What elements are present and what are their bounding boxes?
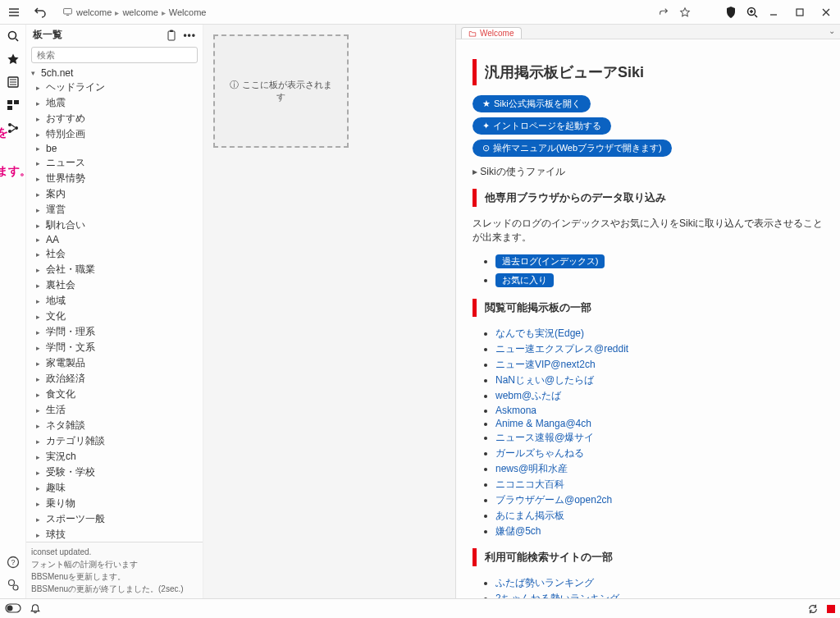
close-button[interactable] <box>815 2 837 23</box>
link-pastlog[interactable]: 過去ログ(インデックス) <box>495 254 605 268</box>
tree-item[interactable]: ▸食文化 <box>34 387 199 402</box>
board-link[interactable]: Anime & Manga@4ch <box>495 418 591 429</box>
search-link[interactable]: ふたば勢いランキング <box>495 577 594 588</box>
board-link[interactable]: NaNじぇい@したらば <box>495 374 594 386</box>
tree-item[interactable]: ▸社会 <box>34 246 199 262</box>
tree-item[interactable]: ▸おすすめ <box>34 111 199 126</box>
heading-import: 他専用ブラウザからのデータ取り込み <box>472 189 824 207</box>
link-favorites[interactable]: お気に入り <box>495 273 554 287</box>
more-icon[interactable]: ••• <box>183 30 196 41</box>
title-bar: welcome welcome Welcome <box>0 0 840 25</box>
panel-icon[interactable] <box>5 97 21 113</box>
tree-item[interactable]: ▸生活 <box>34 402 199 418</box>
tree-item[interactable]: ▸受験・学校 <box>34 465 199 480</box>
tree-item[interactable]: ▸馴れ合い <box>34 217 199 233</box>
minimize-button[interactable] <box>763 2 784 23</box>
clipboard-icon[interactable] <box>167 30 176 41</box>
svg-rect-2 <box>797 9 803 16</box>
breadcrumb-item[interactable]: Welcome <box>169 7 207 17</box>
pill-intro[interactable]: ✦ イントロページを起動する <box>472 117 611 135</box>
tree-root[interactable]: ▾5ch.net <box>30 66 199 80</box>
svg-point-3 <box>8 32 16 39</box>
tree-item[interactable]: ▸案内 <box>34 186 199 202</box>
tree-item[interactable]: ▸ヘッドライン <box>34 80 199 95</box>
search-input[interactable] <box>31 47 198 63</box>
tree-item[interactable]: ▸カテゴリ雑談 <box>34 433 199 449</box>
center-panel: ⓘここに板が表示されます <box>203 25 456 598</box>
chevron-down-icon[interactable]: ⌄ <box>829 26 835 35</box>
drop-area[interactable]: ⓘここに板が表示されます <box>213 34 349 148</box>
board-link[interactable]: Askmona <box>495 405 536 416</box>
tree-item[interactable]: ▸会社・職業 <box>34 262 199 277</box>
zoom-in-button[interactable] <box>742 2 763 23</box>
star-button[interactable] <box>674 2 696 23</box>
board-tree[interactable]: ▾5ch.net ▸ヘッドライン▸地震▸おすすめ▸特別企画▸be▸ニュース▸世界… <box>26 65 203 542</box>
tab-label: Welcome <box>480 29 514 38</box>
undo-button[interactable] <box>30 2 51 23</box>
monitor-icon <box>62 7 73 17</box>
tree-item[interactable]: ▸be <box>34 142 199 155</box>
tree-item[interactable]: ▸世界情勢 <box>34 171 199 186</box>
tree-item[interactable]: ▸特別企画 <box>34 126 199 142</box>
tree-item[interactable]: ▸スポーツ一般 <box>34 511 199 527</box>
tree-item[interactable]: ▸地域 <box>34 293 199 309</box>
tree-item[interactable]: ▸裏社会 <box>34 277 199 293</box>
heading-boards: 閲覧可能掲示板の一部 <box>472 299 824 317</box>
maximize-button[interactable] <box>789 2 810 23</box>
tree-item[interactable]: ▸実況ch <box>34 449 199 465</box>
breadcrumb: welcome welcome Welcome <box>62 7 206 17</box>
star-icon[interactable] <box>5 51 21 67</box>
board-link[interactable]: webm@ふたば <box>495 390 561 401</box>
board-link[interactable]: あにまん掲示板 <box>495 510 564 521</box>
board-link[interactable]: ニュース速報@爆サイ <box>495 432 594 443</box>
board-link[interactable]: news@明和水産 <box>495 463 568 474</box>
right-panel: Welcome ⌄ 汎用掲示板ビューアSiki ★ Siki公式掲示板を開く ✦… <box>456 25 840 598</box>
shield-icon[interactable] <box>720 2 742 23</box>
tree-item[interactable]: ▸ネタ雑談 <box>34 418 199 433</box>
svg-point-18 <box>7 605 13 611</box>
svg-rect-0 <box>64 8 72 14</box>
heading-search: 利用可能検索サイトの一部 <box>472 548 824 566</box>
tree-item[interactable]: ▸趣味 <box>34 480 199 496</box>
svg-point-9 <box>15 126 18 130</box>
sync-icon[interactable] <box>807 603 819 615</box>
breadcrumb-item[interactable]: welcome <box>122 7 158 17</box>
tree-item[interactable]: ▸AA <box>34 233 199 246</box>
share-button[interactable] <box>653 2 674 23</box>
board-link[interactable]: ニュー速エクスプレス@reddit <box>495 343 628 355</box>
tree-item[interactable]: ▸球技 <box>34 527 199 542</box>
board-link[interactable]: ブラウザゲーム@open2ch <box>495 494 612 506</box>
tree-item[interactable]: ▸家電製品 <box>34 355 199 371</box>
nodes-icon[interactable] <box>5 120 21 136</box>
svg-text:?: ? <box>11 558 15 566</box>
svg-point-14 <box>13 585 18 590</box>
tab-welcome[interactable]: Welcome <box>461 27 522 39</box>
tree-item[interactable]: ▸文化 <box>34 309 199 324</box>
board-link[interactable]: 嫌儲@5ch <box>495 525 541 537</box>
help-icon[interactable]: ? <box>5 554 21 570</box>
menu-button[interactable] <box>3 2 25 23</box>
tree-item[interactable]: ▸地震 <box>34 95 199 111</box>
tree-item[interactable]: ▸政治経済 <box>34 371 199 387</box>
tree-item[interactable]: ▸運営 <box>34 202 199 217</box>
board-link[interactable]: ガールズちゃんねる <box>495 447 584 459</box>
list-icon[interactable] <box>5 74 21 90</box>
bell-icon[interactable] <box>30 603 41 615</box>
tree-item[interactable]: ▸ニュース <box>34 155 199 171</box>
tree-item[interactable]: ▸乗り物 <box>34 496 199 511</box>
toggle-icon[interactable] <box>5 603 21 615</box>
pill-manual[interactable]: ⊙ 操作マニュアル(Webブラウザで開きます) <box>472 140 672 157</box>
tree-item[interactable]: ▸学問・理系 <box>34 324 199 340</box>
left-rail: ? <box>0 25 26 598</box>
board-link[interactable]: なんでも実況(Edge) <box>495 327 584 339</box>
record-indicator[interactable] <box>827 605 835 613</box>
tree-item[interactable]: ▸学問・文系 <box>34 340 199 355</box>
board-link[interactable]: ニコニコ大百科 <box>495 478 564 490</box>
details-files[interactable]: Sikiの使うファイル <box>472 165 824 179</box>
board-link[interactable]: ニュー速VIP@next2ch <box>495 359 596 370</box>
breadcrumb-item[interactable]: welcome <box>76 7 112 17</box>
settings-icon[interactable] <box>5 577 21 593</box>
search-icon[interactable] <box>5 28 21 44</box>
pill-official[interactable]: ★ Siki公式掲示板を開く <box>472 95 591 112</box>
search-link[interactable]: 2ちゃんねる勢いランキング <box>495 593 619 598</box>
